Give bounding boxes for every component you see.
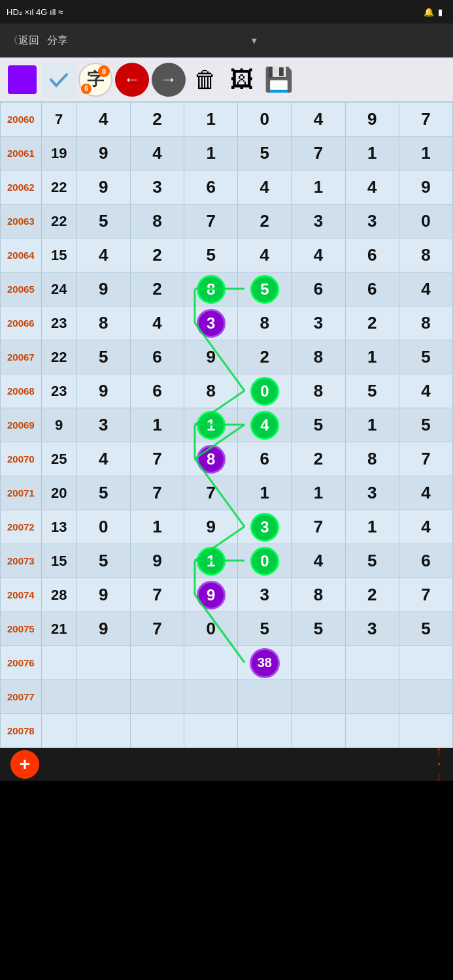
cell-d5[interactable]: 3 (292, 306, 345, 340)
cell-d6[interactable]: 5 (345, 544, 399, 578)
cell-d3[interactable]: 8 (184, 442, 238, 476)
cell-d6[interactable] (345, 680, 399, 714)
cell-d2[interactable]: 1 (130, 408, 184, 442)
cell-d2[interactable]: 9 (130, 544, 184, 578)
cell-d3[interactable]: 0 (184, 612, 238, 646)
cell-d3[interactable]: 7 (184, 204, 238, 238)
cell-d1[interactable]: 9 (76, 137, 130, 171)
cell-d5[interactable]: 5 (292, 408, 345, 442)
cell-d3[interactable]: 8 (184, 374, 238, 408)
cell-d1[interactable] (76, 714, 130, 748)
cell-d7[interactable]: 1 (399, 137, 452, 171)
cell-d7[interactable]: 5 (399, 408, 452, 442)
cell-d4[interactable]: 2 (238, 340, 292, 374)
cell-d4[interactable]: 38 (238, 646, 292, 680)
cell-d6[interactable]: 8 (345, 442, 399, 476)
cell-d4[interactable]: 6 (238, 442, 292, 476)
cell-d6[interactable]: 5 (345, 374, 399, 408)
cell-d5[interactable]: 8 (292, 340, 345, 374)
cell-d3[interactable] (184, 646, 238, 680)
cell-d4[interactable]: 4 (238, 171, 292, 204)
cell-d3[interactable] (184, 714, 238, 748)
cell-d3[interactable]: 8 (184, 272, 238, 306)
cell-d4[interactable]: 3 (238, 578, 292, 612)
cell-d2[interactable]: 2 (130, 103, 184, 137)
cell-d3[interactable]: 9 (184, 510, 238, 544)
cell-d4[interactable]: 5 (238, 272, 292, 306)
cell-d3[interactable]: 9 (184, 340, 238, 374)
cell-d3[interactable]: 1 (184, 408, 238, 442)
cell-d4[interactable]: 0 (238, 544, 292, 578)
cell-d2[interactable]: 2 (130, 272, 184, 306)
cell-d5[interactable]: 7 (292, 137, 345, 171)
cell-d3[interactable] (184, 680, 238, 714)
cell-d6[interactable]: 3 (345, 204, 399, 238)
fab-add-button[interactable]: + (10, 750, 39, 779)
cell-d4[interactable]: 4 (238, 238, 292, 272)
cell-d1[interactable]: 9 (76, 612, 130, 646)
cell-d1[interactable]: 5 (76, 476, 130, 510)
cell-d5[interactable]: 1 (292, 476, 345, 510)
cell-d1[interactable]: 9 (76, 578, 130, 612)
cell-d6[interactable]: 1 (345, 340, 399, 374)
cell-d6[interactable]: 9 (345, 103, 399, 137)
cell-d4[interactable]: 8 (238, 306, 292, 340)
cell-d7[interactable]: 9 (399, 171, 452, 204)
cell-d4[interactable]: 4 (238, 408, 292, 442)
cell-d2[interactable]: 6 (130, 340, 184, 374)
photo-button[interactable]: 🖼 (225, 63, 259, 97)
cell-d6[interactable]: 1 (345, 408, 399, 442)
cell-d1[interactable]: 9 (76, 272, 130, 306)
check-button[interactable] (42, 63, 76, 97)
cell-d5[interactable]: 6 (292, 272, 345, 306)
cell-d6[interactable]: 2 (345, 578, 399, 612)
cell-d5[interactable]: 8 (292, 578, 345, 612)
cell-d2[interactable] (130, 714, 184, 748)
cell-d6[interactable]: 1 (345, 137, 399, 171)
share-button[interactable]: 分享 (47, 35, 68, 46)
cell-d2[interactable]: 7 (130, 476, 184, 510)
cell-d5[interactable]: 8 (292, 374, 345, 408)
cell-d4[interactable]: 2 (238, 204, 292, 238)
cell-d1[interactable]: 5 (76, 544, 130, 578)
cell-d1[interactable]: 0 (76, 510, 130, 544)
cell-d1[interactable]: 8 (76, 306, 130, 340)
cell-d2[interactable]: 6 (130, 374, 184, 408)
cell-d2[interactable] (130, 680, 184, 714)
cell-d1[interactable]: 5 (76, 340, 130, 374)
forward-arrow-button[interactable]: → (152, 63, 186, 97)
cell-d2[interactable] (130, 646, 184, 680)
cell-d1[interactable]: 4 (76, 238, 130, 272)
cell-d7[interactable] (399, 714, 452, 748)
cell-d5[interactable]: 7 (292, 510, 345, 544)
cell-d5[interactable] (292, 646, 345, 680)
scroll-arrows[interactable]: ↑ • ↓ (435, 743, 443, 781)
cell-d1[interactable]: 4 (76, 103, 130, 137)
cell-d5[interactable]: 1 (292, 171, 345, 204)
cell-d7[interactable]: 8 (399, 306, 452, 340)
cell-d3[interactable]: 1 (184, 137, 238, 171)
cell-d5[interactable] (292, 680, 345, 714)
cell-d2[interactable]: 7 (130, 578, 184, 612)
cell-d2[interactable]: 4 (130, 137, 184, 171)
char-button[interactable]: 字 8 6 (78, 63, 112, 97)
cell-d7[interactable]: 5 (399, 612, 452, 646)
cell-d2[interactable]: 1 (130, 510, 184, 544)
cell-d7[interactable]: 4 (399, 510, 452, 544)
cell-d4[interactable]: 0 (238, 374, 292, 408)
color-square-button[interactable] (5, 63, 39, 97)
cell-d1[interactable]: 4 (76, 442, 130, 476)
cell-d5[interactable]: 2 (292, 442, 345, 476)
cell-d5[interactable]: 3 (292, 204, 345, 238)
cell-d7[interactable]: 4 (399, 272, 452, 306)
cell-d7[interactable]: 0 (399, 204, 452, 238)
cell-d4[interactable]: 5 (238, 612, 292, 646)
cell-d3[interactable]: 9 (184, 578, 238, 612)
cell-d3[interactable]: 3 (184, 306, 238, 340)
cell-d7[interactable]: 7 (399, 103, 452, 137)
cell-d4[interactable] (238, 680, 292, 714)
cell-d1[interactable]: 9 (76, 374, 130, 408)
cell-d7[interactable]: 6 (399, 544, 452, 578)
cell-d1[interactable] (76, 680, 130, 714)
cell-d3[interactable]: 6 (184, 171, 238, 204)
